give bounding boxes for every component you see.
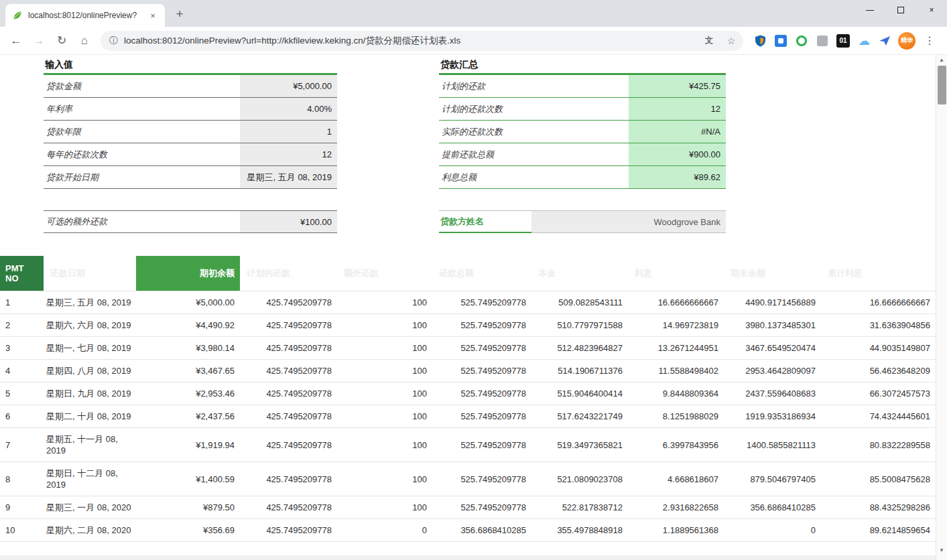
scroll-up-icon[interactable]: ▲	[936, 57, 947, 63]
schedule-cell: 1	[0, 291, 44, 313]
amortization-header-row: PMT NO还款日期期初余额计划的还款额外还款还款总额本金利息期末余额累计利息	[0, 256, 936, 291]
summary-row-value: #N/A	[629, 121, 726, 143]
schedule-cell: ¥3,980.14	[136, 337, 240, 359]
schedule-cell: 100	[337, 405, 432, 427]
input-row-value: 4.00%	[240, 98, 337, 120]
schedule-header-cell: 还款日期	[44, 256, 136, 291]
cloud-extension-icon[interactable]: ☁	[857, 33, 871, 48]
gray-extension-icon[interactable]	[815, 33, 830, 48]
minimize-button[interactable]: —	[855, 0, 885, 20]
input-row-value: 1	[240, 121, 337, 143]
schedule-cell: 星期六, 二月 08, 2020	[44, 519, 136, 541]
summary-row: 计划的还款¥425.75	[439, 75, 726, 98]
schedule-cell: ¥3,467.65	[136, 360, 240, 382]
schedule-cell: 4490.9171456889	[724, 291, 821, 313]
schedule-cell: 8.1251988029	[628, 405, 724, 427]
tab-close-icon[interactable]: ×	[147, 11, 158, 21]
schedule-cell: 85.5008475628	[821, 468, 936, 490]
schedule-cell: 1919.9353186934	[724, 405, 821, 427]
schedule-row: 4星期四, 八月 08, 2019¥3,467.65425.7495209778…	[0, 360, 936, 382]
schedule-cell: 100	[337, 314, 432, 336]
schedule-cell: 9	[0, 496, 44, 518]
input-row-label: 每年的还款次数	[44, 143, 240, 165]
schedule-cell: 1400.5855821113	[724, 434, 821, 456]
input-row-label: 贷款年限	[44, 121, 240, 143]
schedule-cell: 425.7495209778	[240, 434, 337, 456]
input-panel-title: 输入值	[44, 56, 337, 75]
schedule-cell: 4.668618607	[628, 468, 724, 490]
schedule-header-cell: 本金	[531, 256, 628, 291]
schedule-cell: 356.6868410285	[432, 519, 531, 541]
summary-row-value: ¥900.00	[629, 143, 726, 165]
schedule-cell: 425.7495209778	[240, 405, 337, 427]
schedule-cell: 517.6243221749	[531, 405, 628, 427]
schedule-cell: 100	[337, 496, 432, 518]
home-button[interactable]: ⌂	[74, 30, 95, 52]
forward-button[interactable]: →	[28, 30, 50, 52]
new-tab-button[interactable]: +	[170, 5, 189, 23]
schedule-row: 1星期三, 五月 08, 2019¥5,000.00425.7495209778…	[0, 291, 936, 314]
schedule-cell: ¥4,490.92	[136, 314, 240, 336]
browser-window: localhost:8012/onlinePreview? × + — × ← …	[0, 0, 947, 560]
schedule-cell: 425.7495209778	[240, 382, 337, 405]
badge-01-extension-icon[interactable]: 01	[836, 33, 850, 48]
browser-tab[interactable]: localhost:8012/onlinePreview? ×	[5, 4, 165, 27]
schedule-cell: 100	[337, 337, 432, 359]
summary-row-label: 提前还款总额	[439, 143, 629, 165]
info-icon[interactable]: ⓘ	[109, 35, 118, 47]
amortization-body: 1星期三, 五月 08, 2019¥5,000.00425.7495209778…	[0, 291, 936, 542]
maximize-button[interactable]	[885, 0, 916, 20]
url-text: localhost:8012/onlinePreview?url=http://…	[124, 35, 695, 47]
shield-extension-icon[interactable]	[753, 33, 767, 48]
ring-extension-icon[interactable]	[794, 33, 809, 48]
schedule-cell: 9.8448809364	[628, 382, 724, 405]
schedule-cell: 514.1906711376	[531, 360, 628, 382]
scroll-down-icon[interactable]: ▼	[936, 547, 947, 553]
schedule-cell: 3	[0, 337, 44, 359]
amortization-table: PMT NO还款日期期初余额计划的还款额外还款还款总额本金利息期末余额累计利息 …	[0, 256, 936, 542]
menu-icon[interactable]: ⋮	[922, 32, 938, 50]
reload-button[interactable]: ↻	[51, 30, 72, 52]
input-row: 贷款年限1	[44, 121, 337, 143]
schedule-cell: 星期三, 一月 08, 2020	[44, 496, 136, 518]
schedule-cell: 425.7495209778	[240, 291, 337, 313]
extra-payment-label: 可选的额外还款	[44, 211, 240, 232]
schedule-row: 8星期日, 十二月 08, 2019¥1,400.59425.749520977…	[0, 462, 936, 496]
schedule-header-cell: PMT NO	[0, 256, 44, 291]
schedule-cell: 6.3997843956	[628, 434, 724, 456]
schedule-cell: 16.6666666667	[628, 291, 724, 313]
translate-icon[interactable]: 文	[701, 33, 717, 49]
schedule-cell: ¥2,437.56	[136, 405, 240, 427]
schedule-cell: 89.6214859654	[821, 519, 936, 541]
input-row: 每年的还款次数12	[44, 143, 337, 166]
close-window-button[interactable]: ×	[916, 0, 947, 20]
maximize-icon	[897, 7, 904, 13]
schedule-cell: 3467.6549520474	[724, 337, 821, 359]
schedule-cell: ¥5,000.00	[136, 291, 240, 313]
schedule-cell: ¥2,953.46	[136, 382, 240, 405]
extension-badge: 01	[836, 34, 850, 48]
extra-payment-row: 可选的额外还款 ¥100.00	[44, 210, 337, 233]
schedule-cell: 425.7495209778	[240, 360, 337, 382]
schedule-cell: 100	[337, 434, 432, 456]
schedule-cell: 521.0809023708	[531, 468, 628, 490]
blue-square-extension-icon[interactable]	[773, 33, 788, 48]
back-button[interactable]: ←	[5, 30, 27, 52]
vertical-scrollbar[interactable]: ▲ ▼	[936, 55, 947, 560]
spreadsheet-preview: 输入值 贷款金额¥5,000.00年利率4.00%贷款年限1每年的还款次数12贷…	[0, 55, 947, 560]
schedule-cell: 星期四, 八月 08, 2019	[44, 360, 136, 382]
url-input[interactable]: ⓘ localhost:8012/onlinePreview?url=http:…	[101, 31, 743, 51]
schedule-cell: 2	[0, 314, 44, 336]
summary-row-label: 计划的还款次数	[439, 98, 629, 120]
schedule-cell: 100	[337, 360, 432, 382]
horizontal-scrollbar[interactable]	[0, 555, 936, 560]
bookmark-star-icon[interactable]: ☆	[723, 33, 739, 49]
profile-avatar[interactable]: 精华	[898, 32, 916, 50]
schedule-cell: 425.7495209778	[240, 468, 337, 490]
schedule-cell: 525.7495209778	[432, 405, 531, 427]
bird-extension-icon[interactable]	[877, 33, 892, 48]
input-row-value: ¥5,000.00	[240, 75, 337, 97]
schedule-cell: 0	[724, 519, 821, 541]
scrollbar-thumb[interactable]	[938, 66, 946, 104]
schedule-cell: 星期六, 六月 08, 2019	[44, 314, 136, 336]
